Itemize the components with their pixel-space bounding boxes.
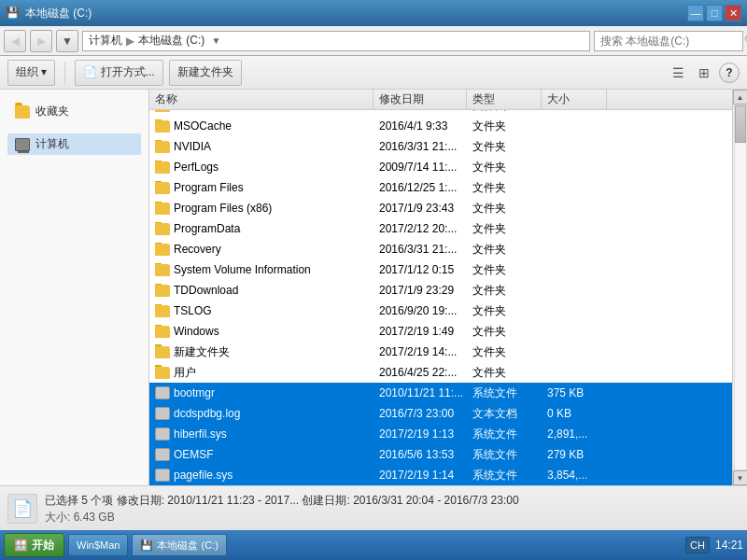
start-button[interactable]: 🪟 开始 xyxy=(4,533,64,557)
file-name-cell: Windows xyxy=(149,325,374,338)
file-name-cell: NVIDIA xyxy=(149,140,374,153)
table-row[interactable]: Windows2017/2/19 1:49文件夹 xyxy=(149,321,732,342)
toolbar: 组织 ▾ 📄 打开方式... 新建文件夹 ☰ ⊞ ? xyxy=(0,56,747,90)
table-row[interactable]: bootmgr2010/11/21 11:...系统文件375 KB xyxy=(149,383,732,403)
organize-button[interactable]: 组织 ▾ xyxy=(7,60,55,86)
header-type[interactable]: 类型 xyxy=(467,90,542,109)
scroll-thumb[interactable] xyxy=(735,105,746,143)
taskbar-winsman-label: Win$Man xyxy=(77,539,120,551)
status-bar: 📄 已选择 5 个项 修改日期: 2010/11/21 11:23 - 2017… xyxy=(0,485,747,530)
folder-icon xyxy=(155,120,170,133)
file-name-cell: PerfLogs xyxy=(149,161,374,174)
taskbar: 🪟 开始 Win$Man 💾 本地磁盘 (C:) CH 14:21 xyxy=(0,530,747,560)
table-row[interactable]: TSLOG2016/9/20 19:...文件夹 xyxy=(149,301,732,321)
organize-label: 组织 ▾ xyxy=(16,64,47,80)
table-row[interactable]: ProgramData2017/2/12 20:...文件夹 xyxy=(149,218,732,239)
minimize-button[interactable]: — xyxy=(687,5,704,21)
table-row[interactable]: MSOCache2016/4/1 9:33文件夹 xyxy=(149,116,732,136)
address-bar: ◀ ▶ ▼ 计算机 ▶ 本地磁盘 (C:) ▼ 🔍 xyxy=(0,26,747,56)
sidebar-computer-section: 计算机 xyxy=(0,130,148,159)
file-name-cell: hiberfil.sys xyxy=(149,427,374,441)
language-button[interactable]: CH xyxy=(685,537,710,553)
file-name-cell: Recovery xyxy=(149,243,374,256)
view-toggle-button[interactable]: ☰ xyxy=(667,62,689,84)
taskbar-winsman-btn[interactable]: Win$Man xyxy=(68,534,128,556)
favorites-folder-icon xyxy=(15,105,30,119)
file-name-cell: pagefile.sys xyxy=(149,469,374,482)
folder-icon xyxy=(155,346,170,358)
table-row[interactable]: 新建文件夹2017/2/19 14:...文件夹 xyxy=(149,342,732,362)
file-name-cell: Program Files (x86) xyxy=(149,202,374,215)
file-name-cell: TSLOG xyxy=(149,304,374,317)
scroll-down-arrow[interactable]: ▼ xyxy=(733,470,748,485)
table-row[interactable]: OEMSF2016/5/6 13:53系统文件279 KB xyxy=(149,444,732,465)
folder-icon xyxy=(155,110,170,112)
table-row[interactable]: NVIDIA2016/3/31 21:...文件夹 xyxy=(149,136,732,157)
folder-icon xyxy=(155,203,170,215)
folder-icon xyxy=(155,326,170,338)
close-button[interactable]: ✕ xyxy=(725,5,741,21)
file-list-area: 名称 修改日期 类型 大小 KwDownload2016/3/31 22:...… xyxy=(149,90,732,485)
table-row[interactable]: hiberfil.sys2017/2/19 1:13系统文件2,891,... xyxy=(149,424,732,444)
file-list-scroll[interactable]: KwDownload2016/3/31 22:...文件夹MSOCache201… xyxy=(149,110,732,485)
file-name-cell: Program Files xyxy=(149,181,374,194)
file-name-cell: ProgramData xyxy=(149,222,374,235)
file-name-cell: 用户 xyxy=(149,365,374,381)
path-segment-computer[interactable]: 计算机 xyxy=(89,33,122,49)
new-folder-label: 新建文件夹 xyxy=(177,64,233,80)
table-row[interactable]: Recovery2016/3/31 21:...文件夹 xyxy=(149,239,732,259)
system-file-icon xyxy=(155,407,170,420)
table-row[interactable]: Program Files (x86)2017/1/9 23:43文件夹 xyxy=(149,198,732,218)
sidebar-favorites-section: 收藏夹 xyxy=(0,97,148,126)
table-row[interactable]: 用户2016/4/25 22:...文件夹 xyxy=(149,362,732,383)
search-box[interactable]: 🔍 xyxy=(594,31,743,51)
taskbar-drive-label: 本地磁盘 (C:) xyxy=(157,539,218,553)
header-size[interactable]: 大小 xyxy=(542,90,607,109)
main-area: 收藏夹 计算机 名称 修改日期 类型 大小 KwDownload xyxy=(0,90,747,485)
folder-icon xyxy=(155,182,170,194)
toolbar-separator xyxy=(64,62,65,84)
folder-icon xyxy=(155,285,170,297)
header-date[interactable]: 修改日期 xyxy=(374,90,467,109)
scroll-track[interactable] xyxy=(734,105,747,470)
scroll-up-arrow[interactable]: ▲ xyxy=(733,90,748,105)
file-name-cell: OEMSF xyxy=(149,448,374,461)
table-row[interactable]: pagefile.sys2017/2/19 1:14系统文件3,854,... xyxy=(149,465,732,485)
folder-icon xyxy=(155,244,170,256)
table-row[interactable]: PerfLogs2009/7/14 11:...文件夹 xyxy=(149,157,732,177)
status-line2: 大小: 6.43 GB xyxy=(45,509,740,525)
sidebar-item-computer[interactable]: 计算机 xyxy=(7,133,141,155)
address-path[interactable]: 计算机 ▶ 本地磁盘 (C:) ▼ xyxy=(82,31,590,51)
table-row[interactable]: dcdspdbg.log2016/7/3 23:00文本文档0 KB xyxy=(149,403,732,424)
file-name-cell: TDDownload xyxy=(149,284,374,297)
system-file-icon xyxy=(155,427,170,441)
right-scrollbar[interactable]: ▲ ▼ xyxy=(732,90,747,485)
open-with-button[interactable]: 📄 打开方式... xyxy=(75,60,162,86)
folder-icon xyxy=(155,223,170,235)
folder-icon xyxy=(155,305,170,317)
file-name-cell: bootmgr xyxy=(149,386,374,399)
search-input[interactable] xyxy=(600,35,740,48)
system-file-icon xyxy=(155,448,170,461)
title-bar: 💾 本地磁盘 (C:) — □ ✕ xyxy=(0,0,747,26)
table-row[interactable]: TDDownload2017/1/9 23:29文件夹 xyxy=(149,280,732,301)
new-folder-button[interactable]: 新建文件夹 xyxy=(169,60,242,86)
sidebar-item-favorites-label: 收藏夹 xyxy=(35,104,69,119)
system-file-icon xyxy=(155,386,170,399)
file-name-cell: 新建文件夹 xyxy=(149,344,374,360)
open-label: 📄 打开方式... xyxy=(83,64,154,80)
back-button[interactable]: ◀ xyxy=(4,30,26,52)
taskbar-drive-btn[interactable]: 💾 本地磁盘 (C:) xyxy=(132,534,226,556)
path-segment-drive[interactable]: 本地磁盘 (C:) xyxy=(138,33,204,49)
help-button[interactable]: ? xyxy=(719,63,740,83)
address-dropdown-btn[interactable]: ▼ xyxy=(208,35,223,46)
maximize-button[interactable]: □ xyxy=(706,5,723,21)
folder-icon xyxy=(155,264,170,276)
header-name[interactable]: 名称 xyxy=(149,90,374,109)
view-list-button[interactable]: ⊞ xyxy=(693,62,715,84)
table-row[interactable]: Program Files2016/12/25 1:...文件夹 xyxy=(149,177,732,198)
table-row[interactable]: System Volume Information2017/1/12 0:15文… xyxy=(149,259,732,280)
up-button[interactable]: ▼ xyxy=(56,30,78,52)
sidebar-item-favorites[interactable]: 收藏夹 xyxy=(7,101,141,122)
forward-button[interactable]: ▶ xyxy=(30,30,52,52)
